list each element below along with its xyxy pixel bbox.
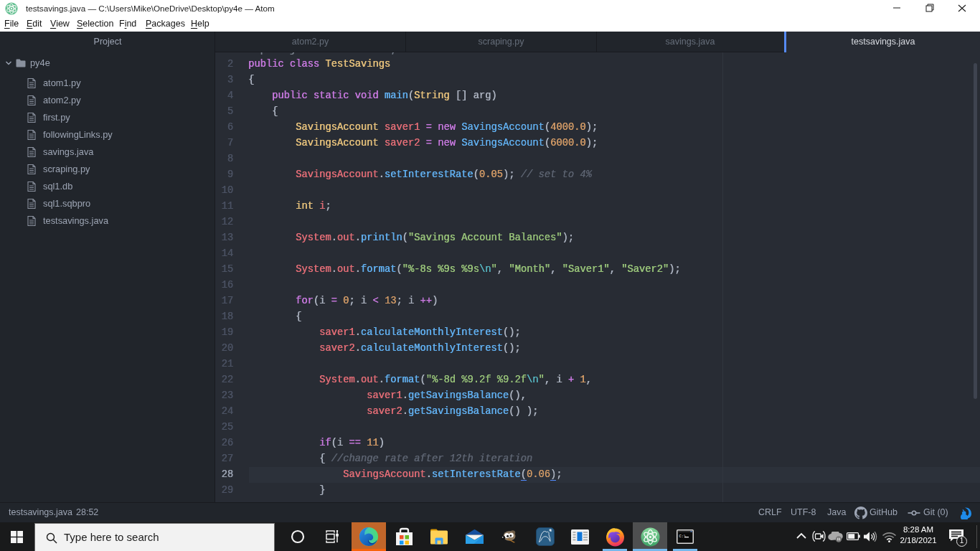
svg-text:C:\: C:\ xyxy=(679,534,687,539)
